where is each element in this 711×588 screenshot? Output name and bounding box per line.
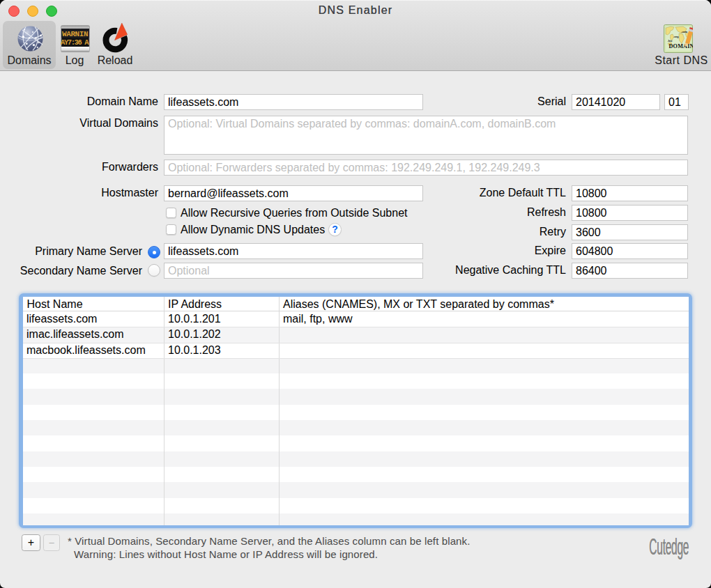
svg-text:DOMAIN: DOMAIN [669,43,694,49]
svg-text:.org: .org [673,35,679,38]
svg-text:AY7:36 A: AY7:36 A [61,38,89,47]
svg-text:.biz: .biz [668,39,673,42]
svg-text:.com: .com [681,30,687,33]
svg-text:WARNIN: WARNIN [62,30,88,38]
